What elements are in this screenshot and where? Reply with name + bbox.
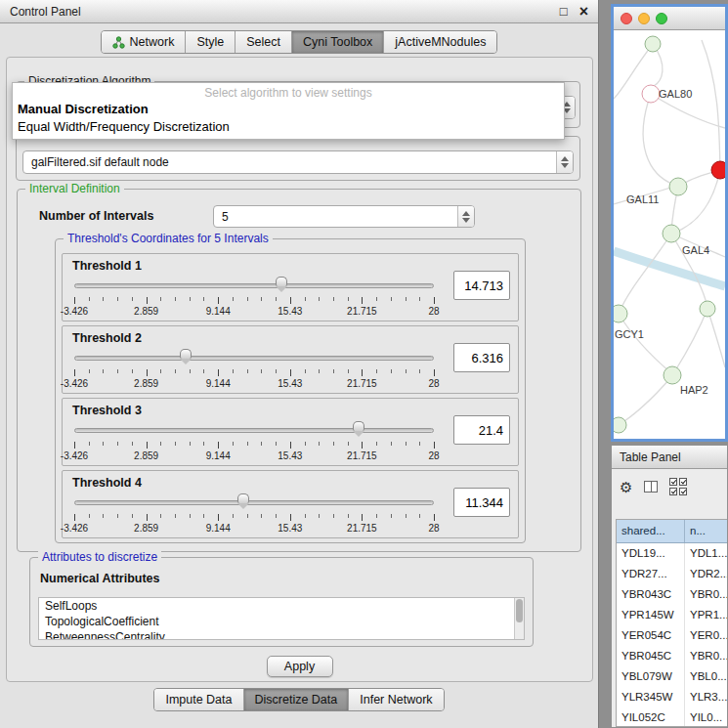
- table-cell[interactable]: YBR0...: [685, 584, 727, 605]
- list-item[interactable]: SelfLoops: [39, 598, 524, 614]
- top-tab-strip: Network Style Select Cyni Toolbox jActiv…: [0, 30, 598, 54]
- number-of-intervals-select[interactable]: 5: [213, 205, 475, 228]
- table-cell[interactable]: YBR0...: [685, 646, 727, 666]
- numerical-attributes-list[interactable]: SelfLoops TopologicalCoefficient Between…: [38, 597, 525, 640]
- table-row[interactable]: YDL19... YDL1...: [617, 543, 727, 564]
- network-node[interactable]: [663, 225, 680, 242]
- network-canvas[interactable]: GAL80GAL11GAL4GCY1HAP2: [614, 30, 725, 439]
- table-row[interactable]: YBR043C YBR0...: [617, 584, 727, 605]
- tab-style[interactable]: Style: [185, 31, 235, 53]
- threshold-value-field[interactable]: 21.4: [453, 415, 510, 445]
- tab-discretize-data[interactable]: Discretize Data: [243, 689, 349, 710]
- window-title: Control Panel: [10, 5, 548, 19]
- list-item[interactable]: TopologicalCoefficient: [39, 614, 524, 629]
- network-node[interactable]: [664, 366, 681, 384]
- table-cell[interactable]: YBL079W: [617, 666, 685, 687]
- slider-scale: -3.4262.8599.14415.4321.71528: [74, 523, 434, 535]
- slider-track[interactable]: [74, 428, 434, 433]
- group-label: Interval Definition: [25, 182, 124, 196]
- apply-button[interactable]: Apply: [267, 656, 333, 677]
- tab-select[interactable]: Select: [235, 31, 291, 53]
- network-view-window[interactable]: GAL80GAL11GAL4GCY1HAP2: [611, 4, 728, 442]
- table-cell[interactable]: YIL052C: [617, 707, 685, 727]
- scrollbar[interactable]: [514, 598, 524, 639]
- control-panel-titlebar[interactable]: Control Panel □ ×: [0, 0, 598, 23]
- threshold-slider[interactable]: -3.4262.8599.14415.4321.71528: [74, 420, 434, 465]
- network-node[interactable]: [645, 36, 661, 52]
- table-cell[interactable]: YPR145W: [617, 605, 685, 625]
- table-panel-titlebar[interactable]: Table Panel: [612, 446, 727, 469]
- list-item[interactable]: BetweennessCentrality: [39, 629, 524, 640]
- table-data-select[interactable]: galFiltered.sif default node: [22, 150, 574, 174]
- table-row[interactable]: YBL079W YBL0...: [617, 666, 727, 687]
- table-cell[interactable]: YDL1...: [685, 543, 727, 564]
- table-cell[interactable]: YBR045C: [617, 646, 685, 666]
- tab-cyni-toolbox[interactable]: Cyni Toolbox: [291, 31, 383, 53]
- table-cell[interactable]: YBR043C: [617, 584, 685, 605]
- table-row[interactable]: YBR045C YBR0...: [617, 646, 727, 666]
- threshold-value-field[interactable]: 14.713: [453, 271, 510, 300]
- column-header-name[interactable]: n...: [685, 520, 727, 542]
- scrollbar-thumb[interactable]: [516, 599, 523, 622]
- menu-item-manual-discretization[interactable]: Manual Discretization: [13, 101, 564, 118]
- network-node[interactable]: [614, 305, 627, 322]
- slider-thumb[interactable]: [180, 349, 192, 359]
- slider-track[interactable]: [74, 283, 434, 288]
- zoom-traffic-light-icon[interactable]: [656, 13, 667, 24]
- network-node[interactable]: [642, 85, 660, 103]
- table-row[interactable]: YLR345W YLR3...: [617, 687, 727, 707]
- checkbox-icon[interactable]: [669, 478, 677, 486]
- network-window-titlebar[interactable]: [614, 7, 725, 30]
- select-columns-checkboxes-icon[interactable]: [669, 478, 687, 495]
- table-cell[interactable]: YLR345W: [617, 687, 685, 707]
- table-cell[interactable]: YDL19...: [617, 543, 685, 564]
- minimize-traffic-light-icon[interactable]: [638, 13, 650, 24]
- network-node[interactable]: [614, 417, 626, 433]
- table-row[interactable]: YPR145W YPR1...: [617, 605, 727, 625]
- menu-item-equal-width-frequency-discretization[interactable]: Equal Width/Frequency Discretization: [13, 118, 564, 136]
- table-cell[interactable]: YIL0...: [685, 707, 727, 727]
- table-cell[interactable]: YDR2...: [685, 564, 727, 584]
- table-cell[interactable]: YPR1...: [685, 605, 727, 625]
- table-row[interactable]: YIL052C YIL0...: [617, 707, 727, 727]
- table-cell[interactable]: YLR3...: [685, 687, 727, 707]
- table-cell[interactable]: YDR27...: [617, 564, 685, 584]
- threshold-slider[interactable]: -3.4262.8599.14415.4321.71528: [74, 276, 434, 321]
- checkbox-icon[interactable]: [679, 488, 687, 495]
- float-window-icon[interactable]: □: [560, 5, 568, 18]
- tab-jactivemnodules[interactable]: jActiveMNodules: [383, 31, 496, 53]
- tab-impute-data[interactable]: Impute Data: [154, 689, 242, 710]
- settings-gear-icon[interactable]: ⚙: [620, 480, 632, 494]
- network-edge-thick: [614, 251, 725, 286]
- table-row[interactable]: YDR27... YDR2...: [617, 564, 727, 584]
- tab-label: Infer Network: [360, 693, 432, 707]
- number-of-intervals-value: 5: [214, 210, 457, 224]
- threshold-slider[interactable]: -3.4262.8599.14415.4321.71528: [74, 492, 434, 537]
- slider-track[interactable]: [74, 356, 434, 361]
- slider-ticks: [74, 514, 434, 522]
- table-cell[interactable]: YER054C: [617, 625, 685, 646]
- table-panel-title: Table Panel: [620, 450, 681, 464]
- close-traffic-light-icon[interactable]: [621, 13, 632, 24]
- threshold-slider[interactable]: -3.4262.8599.14415.4321.71528: [74, 348, 434, 393]
- tab-network[interactable]: Network: [102, 31, 186, 53]
- slider-thumb[interactable]: [353, 421, 364, 431]
- close-icon[interactable]: ×: [579, 4, 588, 20]
- slider-track[interactable]: [74, 500, 434, 505]
- columns-icon[interactable]: [644, 481, 658, 492]
- slider-thumb[interactable]: [276, 277, 287, 286]
- network-node-label: GAL11: [626, 193, 659, 205]
- slider-thumb[interactable]: [237, 493, 249, 503]
- threshold-value-field[interactable]: 11.344: [453, 488, 510, 517]
- table-row[interactable]: YER054C YER0...: [617, 625, 727, 646]
- tab-infer-network[interactable]: Infer Network: [348, 689, 443, 710]
- network-node[interactable]: [669, 178, 687, 195]
- network-node[interactable]: [700, 301, 715, 317]
- checkbox-icon[interactable]: [669, 488, 677, 495]
- checkbox-icon[interactable]: [679, 478, 687, 486]
- table-cell[interactable]: YER0...: [685, 625, 727, 646]
- column-header-shared-name[interactable]: shared...: [617, 520, 685, 542]
- table-cell[interactable]: YBL0...: [685, 666, 727, 687]
- network-node[interactable]: [711, 161, 725, 179]
- threshold-value-field[interactable]: 6.316: [453, 343, 510, 372]
